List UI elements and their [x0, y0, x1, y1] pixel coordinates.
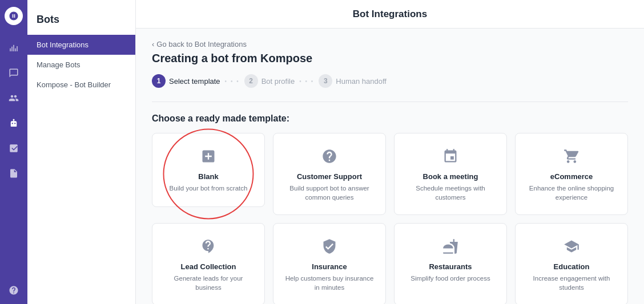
step-2: 2 Bot profile [244, 74, 295, 88]
template-book-meeting-title: Book a meeting [423, 172, 478, 181]
template-customer-support-desc: Build support bot to answer common queri… [283, 184, 376, 202]
template-insurance-title: Insurance [312, 262, 347, 271]
sidebar-item-kompose[interactable]: Kompose - Bot Builder [27, 75, 135, 95]
template-card-restaurants[interactable]: Restaurants Simplify food order process [394, 223, 507, 304]
step-2-label: Bot profile [261, 77, 295, 86]
sidebar: Bots Bot Integrations Manage Bots Kompos… [27, 0, 136, 304]
step-3-number: 3 [319, 74, 332, 88]
calendar-icon [440, 146, 461, 167]
back-link-label: Go back to Bot Integrations [156, 40, 247, 48]
template-lead-collection-desc: Generate leads for your business [162, 274, 255, 292]
contacts-icon[interactable] [7, 91, 21, 105]
food-icon [440, 236, 461, 257]
step-dots-1: • • • [225, 78, 240, 84]
template-card-customer-support[interactable]: Customer Support Build support bot to an… [273, 133, 386, 215]
step-3-label: Human handoff [336, 77, 387, 86]
template-card-lead-collection[interactable]: Lead Collection Generate leads for your … [152, 223, 265, 304]
template-restaurants-desc: Simplify food order process [410, 274, 490, 283]
template-card-ecommerce[interactable]: eCommerce Enhance the online shopping ex… [515, 133, 628, 215]
back-link[interactable]: ‹ Go back to Bot Integrations [152, 40, 628, 48]
conversations-icon[interactable] [7, 66, 21, 80]
bots-icon[interactable] [7, 116, 21, 130]
template-card-education[interactable]: Education Increase engagement with stude… [515, 223, 628, 304]
step-1-label: Select template [169, 77, 220, 86]
step-3: 3 Human handoff [319, 74, 387, 88]
analytics-icon[interactable] [7, 41, 21, 55]
template-card-book-meeting[interactable]: Book a meeting Schedule meetings with cu… [394, 133, 507, 215]
plus-icon [198, 146, 219, 167]
template-blank-desc: Build your bot from scratch [170, 184, 248, 193]
template-ecommerce-title: eCommerce [550, 172, 593, 181]
template-card-blank[interactable]: Blank Build your bot from scratch [152, 133, 265, 207]
template-ecommerce-desc: Enhance the online shopping experience [525, 184, 618, 202]
template-education-title: Education [554, 262, 590, 271]
sidebar-title: Bots [27, 9, 135, 35]
graduation-icon [561, 236, 582, 257]
app-logo [5, 7, 23, 25]
icon-bar [0, 0, 27, 304]
main-area: Bot Integrations ‹ Go back to Bot Integr… [136, 0, 644, 304]
sidebar-item-bot-integrations[interactable]: Bot Integrations [27, 35, 135, 55]
step-1-number: 1 [152, 74, 166, 88]
template-insurance-desc: Help customers buy insurance in minutes [283, 274, 376, 292]
help-icon[interactable] [7, 283, 21, 297]
page-header-title: Bot Integrations [353, 9, 427, 20]
shield-icon [319, 236, 340, 257]
cart-icon [561, 146, 582, 167]
template-customer-support-title: Customer Support [297, 172, 362, 181]
question-icon [319, 146, 340, 167]
template-grid: Blank Build your bot from scratch Custom… [152, 133, 628, 304]
blank-card-wrapper: Blank Build your bot from scratch [152, 133, 265, 215]
sidebar-item-manage-bots[interactable]: Manage Bots [27, 55, 135, 75]
template-education-desc: Increase engagement with students [525, 274, 618, 292]
integrations-icon[interactable] [7, 141, 21, 155]
template-blank-title: Blank [198, 172, 218, 181]
step-dots-2: • • • [299, 78, 314, 84]
template-restaurants-title: Restaurants [429, 262, 472, 271]
step-2-number: 2 [244, 74, 258, 88]
back-chevron-icon: ‹ [152, 40, 154, 48]
content-area: ‹ Go back to Bot Integrations Creating a… [136, 29, 644, 304]
top-header: Bot Integrations [136, 0, 644, 29]
page-title: Creating a bot from Kompose [152, 52, 628, 65]
section-title: Choose a ready made template: [152, 114, 628, 124]
reports-icon[interactable] [7, 167, 21, 180]
template-lead-collection-title: Lead Collection [181, 262, 236, 271]
template-book-meeting-desc: Schedule meetings with customers [404, 184, 497, 202]
steps-divider [152, 102, 628, 102]
template-card-insurance[interactable]: Insurance Help customers buy insurance i… [273, 223, 386, 304]
chart-icon [198, 236, 219, 257]
steps-bar: 1 Select template • • • 2 Bot profile • … [152, 74, 628, 88]
step-1: 1 Select template [152, 74, 220, 88]
